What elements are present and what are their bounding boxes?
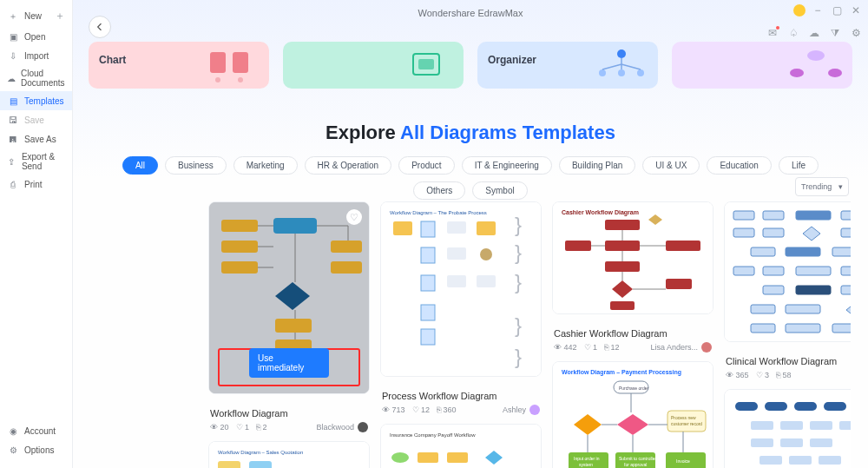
- svg-rect-16: [221, 261, 258, 274]
- filter-pill-education[interactable]: Education: [707, 156, 771, 175]
- svg-rect-82: [763, 211, 784, 220]
- export-icon: ⇪: [7, 155, 16, 168]
- bell-icon[interactable]: ♤: [786, 26, 800, 40]
- sidebar-item-cloud-documents[interactable]: ☁Cloud Documents: [0, 65, 72, 91]
- brand-badge-icon: [793, 4, 806, 16]
- template-card[interactable]: [724, 389, 851, 468]
- hero-card-chart[interactable]: Chart: [89, 42, 269, 89]
- svg-text:Purchase order: Purchase order: [619, 386, 649, 391]
- hero-card-organizer[interactable]: Organizer: [477, 42, 658, 89]
- filter-pill-building-plan[interactable]: Building Plan: [559, 156, 635, 175]
- sidebar-item-account[interactable]: ◉Account: [0, 421, 72, 440]
- filter-pill-others[interactable]: Others: [413, 181, 465, 200]
- template-card-workflow[interactable]: Use immediately ♡: [208, 201, 370, 394]
- sidebar-item-label: Print: [24, 180, 43, 189]
- svg-rect-81: [733, 211, 754, 220]
- sidebar-item-label: Templates: [24, 96, 64, 106]
- svg-rect-117: [810, 438, 832, 447]
- hero-cards: Chart Organizer: [73, 42, 868, 89]
- gear-icon: ⚙: [7, 444, 19, 456]
- svg-point-8: [618, 69, 625, 76]
- back-button[interactable]: [89, 16, 111, 38]
- filter-pill-life[interactable]: Life: [779, 156, 819, 175]
- svg-rect-90: [786, 247, 820, 256]
- saveas-icon: 🖪: [7, 133, 19, 145]
- plus-icon[interactable]: ＋: [55, 9, 65, 23]
- sidebar-item-templates[interactable]: ▤Templates: [0, 91, 72, 110]
- svg-rect-99: [751, 305, 775, 313]
- svg-point-11: [790, 69, 804, 77]
- svg-rect-59: [605, 261, 640, 272]
- cloud-status-icon[interactable]: ☁: [807, 26, 821, 40]
- filter-pill-ui-ux[interactable]: UI & UX: [642, 156, 700, 175]
- svg-rect-42: [421, 305, 435, 320]
- svg-rect-21: [275, 319, 312, 333]
- svg-rect-61: [666, 279, 692, 289]
- chevron-down-icon: ▾: [838, 182, 843, 191]
- hero-card-4[interactable]: [672, 42, 852, 89]
- user-icon: ◉: [7, 425, 19, 437]
- svg-rect-92: [733, 267, 754, 275]
- sidebar-item-label: Open: [24, 32, 45, 42]
- svg-rect-119: [789, 456, 812, 465]
- filter-pill-all[interactable]: All: [122, 156, 158, 175]
- use-immediately-button[interactable]: Use immediately: [249, 348, 329, 378]
- filter-pill-symbol[interactable]: Symbol: [472, 181, 527, 200]
- template-card-clinical[interactable]: [724, 201, 851, 342]
- filter-pill-product[interactable]: Product: [398, 156, 454, 175]
- svg-rect-97: [796, 286, 831, 294]
- svg-rect-85: [733, 228, 754, 237]
- svg-rect-50: [447, 452, 468, 463]
- svg-rect-56: [565, 241, 591, 251]
- svg-rect-115: [751, 438, 773, 447]
- svg-rect-14: [221, 220, 258, 232]
- template-grid: Use immediately ♡ Workflow Diagram 👁 20 …: [208, 201, 851, 468]
- template-card[interactable]: Workflow Diagram – Payment Processing Pu…: [552, 361, 713, 468]
- sort-dropdown[interactable]: Trending ▾: [795, 177, 849, 196]
- svg-rect-43: [421, 329, 435, 345]
- svg-text:system: system: [579, 462, 593, 467]
- filter-icon[interactable]: ⧩: [828, 26, 842, 40]
- svg-text:}: }: [515, 213, 522, 236]
- template-card[interactable]: Workflow Diagram – Sales Quotation: [208, 441, 370, 468]
- filter-pill-hr-operation[interactable]: HR & Operation: [305, 156, 392, 175]
- svg-rect-57: [605, 241, 640, 251]
- svg-rect-62: [610, 301, 635, 310]
- svg-rect-54: [605, 220, 640, 230]
- close-button[interactable]: ✕: [849, 3, 863, 17]
- svg-point-10: [807, 50, 825, 61]
- svg-rect-106: [735, 402, 758, 411]
- page-title: Explore All Diagrams Templates: [73, 122, 868, 144]
- sidebar-item-new[interactable]: ＋New＋: [0, 5, 72, 27]
- minimize-button[interactable]: −: [811, 3, 825, 17]
- hero-card-2[interactable]: [283, 42, 464, 89]
- filter-pill-it-engineering[interactable]: IT & Engineering: [462, 156, 552, 175]
- svg-rect-0: [210, 52, 226, 73]
- sidebar-item-save[interactable]: 🖫Save: [0, 110, 72, 129]
- svg-point-7: [599, 69, 606, 76]
- folder-icon: ▣: [7, 30, 19, 43]
- settings-icon[interactable]: ⚙: [849, 26, 863, 40]
- svg-rect-120: [819, 456, 841, 465]
- sidebar-item-export-&-send[interactable]: ⇪Export & Send: [0, 148, 72, 175]
- template-card-process[interactable]: Workflow Diagram – The Probate Process }…: [380, 201, 542, 377]
- sidebar-item-print[interactable]: ⎙Print: [0, 175, 72, 194]
- favorite-icon[interactable]: ♡: [346, 209, 362, 225]
- svg-rect-39: [447, 275, 466, 287]
- sidebar-item-label: Save: [24, 115, 44, 125]
- sidebar-item-options[interactable]: ⚙Options: [0, 440, 72, 459]
- sidebar-item-save-as[interactable]: 🖪Save As: [0, 129, 72, 148]
- svg-rect-17: [273, 218, 317, 234]
- heart-icon: ♡ 1: [236, 423, 250, 432]
- messages-icon[interactable]: ✉: [766, 26, 779, 40]
- sidebar-item-open[interactable]: ▣Open: [0, 27, 72, 46]
- filter-pill-business[interactable]: Business: [165, 156, 227, 175]
- svg-rect-25: [218, 461, 240, 468]
- sidebar-item-import[interactable]: ⇩Import: [0, 46, 72, 65]
- svg-point-3: [238, 77, 243, 82]
- template-card[interactable]: Insurance Company Payoff Workflow: [380, 424, 542, 468]
- template-card-cashier[interactable]: Cashier Workflow Diagram: [552, 201, 713, 314]
- maximize-button[interactable]: ▢: [830, 3, 844, 17]
- svg-rect-40: [477, 275, 496, 287]
- filter-pill-marketing[interactable]: Marketing: [233, 156, 298, 175]
